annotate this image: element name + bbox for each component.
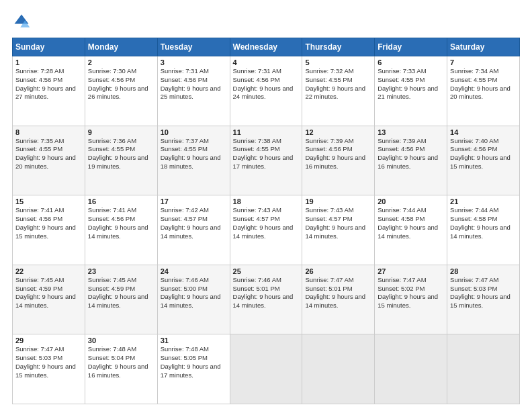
day-info: Sunrise: 7:47 AMSunset: 5:03 PMDaylight:… — [15, 345, 82, 379]
day-info: Sunrise: 7:31 AMSunset: 4:56 PMDaylight:… — [161, 67, 227, 101]
calendar-day-1: 1Sunrise: 7:28 AMSunset: 4:56 PMDaylight… — [13, 56, 85, 126]
calendar-day-28: 28Sunrise: 7:47 AMSunset: 5:03 PMDayligh… — [447, 265, 520, 334]
calendar-dow-monday: Monday — [85, 38, 157, 56]
day-info: Sunrise: 7:34 AMSunset: 4:55 PMDaylight:… — [450, 67, 517, 101]
day-info: Sunrise: 7:43 AMSunset: 4:57 PMDaylight:… — [233, 206, 300, 240]
calendar-dow-wednesday: Wednesday — [230, 38, 302, 56]
day-info: Sunrise: 7:39 AMSunset: 4:56 PMDaylight:… — [378, 137, 444, 171]
calendar-day-31: 31Sunrise: 7:48 AMSunset: 5:05 PMDayligh… — [157, 334, 230, 404]
calendar-day-20: 20Sunrise: 7:44 AMSunset: 4:58 PMDayligh… — [375, 195, 447, 265]
calendar-week-5: 29Sunrise: 7:47 AMSunset: 5:03 PMDayligh… — [13, 334, 520, 404]
calendar-day-13: 13Sunrise: 7:39 AMSunset: 4:56 PMDayligh… — [375, 126, 447, 195]
day-info: Sunrise: 7:42 AMSunset: 4:57 PMDaylight:… — [161, 206, 227, 240]
calendar-week-1: 1Sunrise: 7:28 AMSunset: 4:56 PMDaylight… — [13, 56, 520, 126]
day-number: 14 — [450, 128, 517, 136]
day-number: 27 — [378, 267, 444, 275]
calendar-day-8: 8Sunrise: 7:35 AMSunset: 4:55 PMDaylight… — [13, 126, 85, 195]
day-info: Sunrise: 7:47 AMSunset: 5:01 PMDaylight:… — [305, 276, 371, 310]
day-info: Sunrise: 7:38 AMSunset: 4:55 PMDaylight:… — [233, 137, 300, 171]
day-info: Sunrise: 7:40 AMSunset: 4:56 PMDaylight:… — [450, 137, 517, 171]
calendar-dow-saturday: Saturday — [447, 38, 520, 56]
day-info: Sunrise: 7:37 AMSunset: 4:55 PMDaylight:… — [161, 137, 227, 171]
page: SundayMondayTuesdayWednesdayThursdayFrid… — [0, 0, 532, 411]
calendar-header-row: SundayMondayTuesdayWednesdayThursdayFrid… — [13, 38, 520, 56]
day-number: 28 — [450, 267, 517, 275]
day-number: 18 — [233, 197, 300, 205]
calendar-day-5: 5Sunrise: 7:32 AMSunset: 4:55 PMDaylight… — [302, 56, 375, 126]
day-info: Sunrise: 7:28 AMSunset: 4:56 PMDaylight:… — [15, 67, 82, 101]
calendar-table: SundayMondayTuesdayWednesdayThursdayFrid… — [12, 38, 520, 404]
calendar-day-7: 7Sunrise: 7:34 AMSunset: 4:55 PMDaylight… — [447, 56, 520, 126]
logo-icon — [12, 12, 31, 31]
day-number: 30 — [88, 336, 154, 345]
calendar-day-10: 10Sunrise: 7:37 AMSunset: 4:55 PMDayligh… — [157, 126, 230, 195]
day-number: 7 — [450, 58, 517, 66]
calendar-empty — [375, 334, 447, 404]
day-info: Sunrise: 7:47 AMSunset: 5:02 PMDaylight:… — [378, 276, 444, 310]
header — [12, 12, 520, 31]
calendar-empty — [302, 334, 375, 404]
calendar-day-27: 27Sunrise: 7:47 AMSunset: 5:02 PMDayligh… — [375, 265, 447, 334]
calendar-week-4: 22Sunrise: 7:45 AMSunset: 4:59 PMDayligh… — [13, 265, 520, 334]
day-info: Sunrise: 7:33 AMSunset: 4:55 PMDaylight:… — [378, 67, 444, 101]
day-number: 12 — [305, 128, 371, 136]
calendar-day-18: 18Sunrise: 7:43 AMSunset: 4:57 PMDayligh… — [230, 195, 302, 265]
day-number: 29 — [15, 336, 82, 345]
calendar-day-19: 19Sunrise: 7:43 AMSunset: 4:57 PMDayligh… — [302, 195, 375, 265]
day-info: Sunrise: 7:41 AMSunset: 4:56 PMDaylight:… — [15, 206, 82, 240]
day-number: 4 — [233, 58, 300, 66]
calendar-day-17: 17Sunrise: 7:42 AMSunset: 4:57 PMDayligh… — [157, 195, 230, 265]
day-info: Sunrise: 7:45 AMSunset: 4:59 PMDaylight:… — [15, 276, 82, 310]
day-info: Sunrise: 7:43 AMSunset: 4:57 PMDaylight:… — [305, 206, 371, 240]
day-info: Sunrise: 7:46 AMSunset: 5:00 PMDaylight:… — [161, 276, 227, 310]
day-number: 19 — [305, 197, 371, 205]
day-info: Sunrise: 7:31 AMSunset: 4:56 PMDaylight:… — [233, 67, 300, 101]
calendar-day-22: 22Sunrise: 7:45 AMSunset: 4:59 PMDayligh… — [13, 265, 85, 334]
day-number: 23 — [88, 267, 154, 275]
day-info: Sunrise: 7:47 AMSunset: 5:03 PMDaylight:… — [450, 276, 517, 310]
calendar-day-25: 25Sunrise: 7:46 AMSunset: 5:01 PMDayligh… — [230, 265, 302, 334]
calendar-week-3: 15Sunrise: 7:41 AMSunset: 4:56 PMDayligh… — [13, 195, 520, 265]
day-info: Sunrise: 7:44 AMSunset: 4:58 PMDaylight:… — [378, 206, 444, 240]
calendar-week-2: 8Sunrise: 7:35 AMSunset: 4:55 PMDaylight… — [13, 126, 520, 195]
day-number: 1 — [15, 58, 82, 66]
day-number: 22 — [15, 267, 82, 275]
calendar-dow-friday: Friday — [375, 38, 447, 56]
calendar-day-16: 16Sunrise: 7:41 AMSunset: 4:56 PMDayligh… — [85, 195, 157, 265]
calendar-dow-sunday: Sunday — [13, 38, 85, 56]
day-info: Sunrise: 7:48 AMSunset: 5:05 PMDaylight:… — [161, 345, 227, 379]
day-number: 6 — [378, 58, 444, 66]
day-info: Sunrise: 7:46 AMSunset: 5:01 PMDaylight:… — [233, 276, 300, 310]
day-info: Sunrise: 7:35 AMSunset: 4:55 PMDaylight:… — [15, 137, 82, 171]
day-number: 31 — [161, 336, 227, 345]
calendar-dow-thursday: Thursday — [302, 38, 375, 56]
calendar-day-3: 3Sunrise: 7:31 AMSunset: 4:56 PMDaylight… — [157, 56, 230, 126]
calendar-empty — [447, 334, 520, 404]
calendar-day-6: 6Sunrise: 7:33 AMSunset: 4:55 PMDaylight… — [375, 56, 447, 126]
calendar-day-14: 14Sunrise: 7:40 AMSunset: 4:56 PMDayligh… — [447, 126, 520, 195]
calendar-day-24: 24Sunrise: 7:46 AMSunset: 5:00 PMDayligh… — [157, 265, 230, 334]
day-info: Sunrise: 7:44 AMSunset: 4:58 PMDaylight:… — [450, 206, 517, 240]
day-info: Sunrise: 7:45 AMSunset: 4:59 PMDaylight:… — [88, 276, 154, 310]
day-number: 15 — [15, 197, 82, 205]
day-number: 21 — [450, 197, 517, 205]
day-info: Sunrise: 7:39 AMSunset: 4:56 PMDaylight:… — [305, 137, 371, 171]
logo — [12, 12, 34, 31]
calendar-day-15: 15Sunrise: 7:41 AMSunset: 4:56 PMDayligh… — [13, 195, 85, 265]
day-number: 25 — [233, 267, 300, 275]
calendar-day-12: 12Sunrise: 7:39 AMSunset: 4:56 PMDayligh… — [302, 126, 375, 195]
day-number: 11 — [233, 128, 300, 136]
calendar-dow-tuesday: Tuesday — [157, 38, 230, 56]
day-info: Sunrise: 7:30 AMSunset: 4:56 PMDaylight:… — [88, 67, 154, 101]
day-number: 3 — [161, 58, 227, 66]
calendar-day-11: 11Sunrise: 7:38 AMSunset: 4:55 PMDayligh… — [230, 126, 302, 195]
day-number: 20 — [378, 197, 444, 205]
calendar-day-21: 21Sunrise: 7:44 AMSunset: 4:58 PMDayligh… — [447, 195, 520, 265]
day-number: 26 — [305, 267, 371, 275]
day-number: 10 — [161, 128, 227, 136]
day-info: Sunrise: 7:41 AMSunset: 4:56 PMDaylight:… — [88, 206, 154, 240]
day-info: Sunrise: 7:48 AMSunset: 5:04 PMDaylight:… — [88, 345, 154, 379]
calendar-day-30: 30Sunrise: 7:48 AMSunset: 5:04 PMDayligh… — [85, 334, 157, 404]
calendar-day-29: 29Sunrise: 7:47 AMSunset: 5:03 PMDayligh… — [13, 334, 85, 404]
day-number: 16 — [88, 197, 154, 205]
